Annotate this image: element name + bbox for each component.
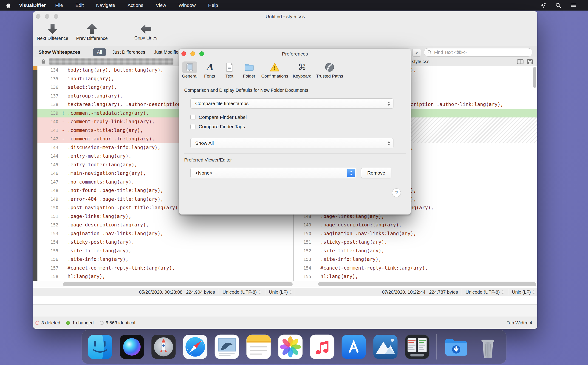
- code-text: .entry-footer:lang(ary),: [66, 161, 137, 169]
- filter-segment-just-differences[interactable]: Just Differences: [110, 49, 147, 56]
- diff-marker: [60, 178, 66, 187]
- menu-window[interactable]: Window: [172, 0, 202, 11]
- dock-item-downloads[interactable]: [443, 334, 469, 360]
- code-text: .comments-title:lang(ary),: [66, 126, 143, 135]
- diff-marker: [313, 229, 319, 238]
- menu-file[interactable]: File: [49, 0, 69, 11]
- prefs-tab-folder[interactable]: Folder: [239, 62, 259, 79]
- apple-menu-icon[interactable]: [6, 2, 11, 8]
- viewer-editor-combo[interactable]: <None>: [190, 168, 356, 178]
- prefs-tab-general[interactable]: General: [180, 62, 200, 79]
- dock-item-appstore[interactable]: [341, 334, 367, 360]
- prefs-tab-text[interactable]: Text: [220, 62, 239, 79]
- right-encoding-popup[interactable]: Unicode (UTF-8): [465, 289, 504, 295]
- compare-defaults-popup[interactable]: Compare file timestamps: [190, 98, 393, 109]
- left-code-line-152[interactable]: 152.page-description:lang(ary),: [37, 221, 293, 229]
- diff-marker: [60, 195, 66, 204]
- dock-item-visualdiffer[interactable]: [404, 334, 430, 360]
- menu-edit[interactable]: Edit: [69, 0, 90, 11]
- right-code-line-149[interactable]: 149.page-description:lang(ary),: [294, 221, 537, 229]
- diff-marker: [313, 255, 319, 264]
- code-text: .sticky-post:lang(ary),: [319, 238, 387, 247]
- menu-help[interactable]: Help: [202, 0, 224, 11]
- checkbox-box[interactable]: [190, 115, 196, 120]
- notification-center-icon[interactable]: [570, 2, 576, 8]
- checkbox-compare-finder-label[interactable]: Compare Finder Label: [190, 112, 247, 122]
- right-line-ending-popup[interactable]: Unix (LF): [512, 289, 535, 295]
- code-text: #cancel-comment-reply-link:lang(ary),: [319, 264, 428, 273]
- left-encoding-popup[interactable]: Unicode (UTF-8): [223, 289, 261, 295]
- right-code-line-151[interactable]: 151.sticky-post:lang(ary),: [294, 238, 537, 247]
- vertical-scrollbar[interactable]: [533, 67, 536, 88]
- find-next-button[interactable]: >: [412, 49, 421, 57]
- code-text: .comment-reply-link:lang(ary),: [66, 118, 155, 126]
- save-icon[interactable]: [527, 59, 533, 65]
- copy-lines-button[interactable]: Copy Lines: [134, 24, 157, 41]
- dock-item-music[interactable]: [309, 334, 335, 360]
- left-code-line-155[interactable]: 155.site-title:lang(ary),: [37, 247, 293, 255]
- right-horizontal-scrollbar[interactable]: [318, 282, 536, 286]
- app-menu-title[interactable]: VisualDiffer: [18, 2, 47, 8]
- left-code-line-158[interactable]: 158h1:lang(ary),: [37, 272, 293, 281]
- dock-item-finder[interactable]: [87, 334, 113, 360]
- help-button[interactable]: ?: [392, 188, 401, 197]
- preferences-title-bar[interactable]: Preferences: [179, 49, 411, 59]
- code-text: .site-info:lang(ary),: [319, 255, 382, 264]
- left-horizontal-scrollbar[interactable]: [63, 282, 293, 286]
- code-text: .post-navigation .post-title:lang(ary),: [66, 204, 181, 212]
- right-code-line-152[interactable]: 152.site-title:lang(ary),: [294, 247, 537, 255]
- menu-view[interactable]: View: [150, 0, 172, 11]
- dock-item-mail[interactable]: [214, 334, 240, 360]
- code-text: .site-title:lang(ary),: [319, 247, 384, 255]
- prefs-tab-confirmations[interactable]: Confirmations: [259, 62, 290, 79]
- menu-actions[interactable]: Actions: [121, 0, 150, 11]
- diff-marker: [313, 221, 319, 229]
- change-map-strip[interactable]: [33, 66, 37, 281]
- line-number: 149: [294, 221, 313, 229]
- dock-item-launchpad[interactable]: [151, 334, 176, 360]
- change-map-marker: [33, 66, 37, 70]
- combo-stepper[interactable]: [347, 169, 355, 177]
- dock-item-siri[interactable]: [119, 334, 145, 360]
- diff-marker: [60, 212, 66, 221]
- prefs-tab-fonts[interactable]: A Fonts: [200, 62, 220, 79]
- dock-item-safari[interactable]: [182, 334, 208, 360]
- show-filter-popup[interactable]: Show All: [190, 138, 393, 148]
- left-file-path-redacted: [49, 58, 173, 65]
- line-number: 138: [37, 100, 60, 109]
- code-text: h1:lang(ary),: [319, 272, 358, 281]
- dock-item-notes[interactable]: [246, 334, 271, 360]
- left-code-line-156[interactable]: 156.site-info:lang(ary),: [37, 255, 293, 264]
- find-field[interactable]: [424, 48, 532, 57]
- filter-segment-just-modified[interactable]: Just Modified: [152, 49, 183, 56]
- menu-navigate[interactable]: Navigate: [90, 0, 121, 11]
- right-code-line-155[interactable]: 155h1:lang(ary),: [294, 272, 537, 281]
- next-difference-button[interactable]: Next Difference: [37, 24, 68, 41]
- cursor-tool-icon[interactable]: [540, 2, 546, 8]
- keyboard-icon: ⌘: [295, 62, 310, 73]
- left-line-ending-popup[interactable]: Unix (LF): [269, 289, 292, 295]
- left-code-line-153[interactable]: 153.pagination .nav-links:lang(ary),: [37, 229, 293, 238]
- lock-icon[interactable]: [41, 59, 46, 65]
- remove-button[interactable]: Remove: [361, 168, 391, 178]
- dock-item-mountains[interactable]: [373, 334, 398, 360]
- right-code-line-154[interactable]: 154#cancel-comment-reply-link:lang(ary),: [294, 264, 537, 273]
- dock-item-photos[interactable]: [277, 334, 303, 360]
- checkbox-compare-finder-tags[interactable]: Compare Finder Tags: [190, 122, 247, 131]
- window-title-bar[interactable]: Untitled - style.css: [33, 11, 537, 22]
- spotlight-search-icon[interactable]: [555, 2, 561, 8]
- find-input[interactable]: [434, 49, 529, 55]
- right-code-line-153[interactable]: 153.site-info:lang(ary),: [294, 255, 537, 264]
- left-code-line-157[interactable]: 157#cancel-comment-reply-link:lang(ary),: [37, 264, 293, 273]
- prefs-tab-trusted-paths[interactable]: Trusted Paths: [314, 62, 345, 79]
- filter-segment-all[interactable]: All: [93, 49, 106, 56]
- panes-icon[interactable]: [517, 59, 524, 65]
- dock-item-trash[interactable]: [475, 334, 501, 360]
- prev-difference-button[interactable]: Prev Difference: [76, 24, 108, 41]
- right-code-line-150[interactable]: 150.pagination .nav-links:lang(ary),: [294, 229, 537, 238]
- checkbox-box[interactable]: [190, 124, 196, 129]
- left-code-line-154[interactable]: 154.sticky-post:lang(ary),: [37, 238, 293, 247]
- prefs-tab-keyboard[interactable]: ⌘ Keyboard: [290, 62, 314, 79]
- line-number: 155: [37, 247, 60, 255]
- show-whitespaces-toggle[interactable]: Show Whitespaces: [39, 48, 80, 56]
